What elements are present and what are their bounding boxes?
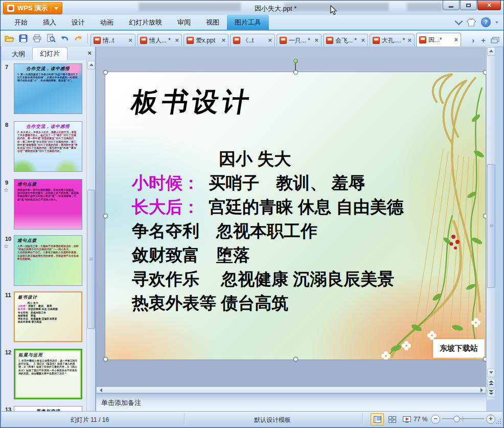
resize-handle-top-center[interactable] xyxy=(293,70,298,75)
chevron-down-icon[interactable] xyxy=(54,7,58,10)
minimize-button[interactable] xyxy=(443,1,460,10)
scroll-up-button[interactable] xyxy=(487,47,495,56)
tab-slides[interactable]: 幻灯片 xyxy=(32,47,67,60)
thumbnail-number: 8 xyxy=(5,122,8,128)
scroll-down-button[interactable] xyxy=(487,369,495,377)
slide-sorter-view-button[interactable] xyxy=(385,413,399,425)
open-button[interactable] xyxy=(4,32,15,44)
doc-tab-label: 情人... * xyxy=(149,36,173,45)
doc-tab-2[interactable]: 情人... *× xyxy=(137,34,182,47)
menu-tab-3[interactable]: 设计 xyxy=(64,15,93,30)
menu-tab-6[interactable]: 审阅 xyxy=(170,15,198,30)
doc-tab-7[interactable]: 大孔.... *× xyxy=(370,34,415,47)
close-tab-icon[interactable]: × xyxy=(452,37,458,43)
doc-tab-1[interactable]: 情..t× xyxy=(90,34,135,47)
slide-thumbnail-7[interactable]: 7合作交流，读中感悟1. 第一自然段叙述了作者小时候“为这个哨子我付出了比它实际… xyxy=(2,63,95,115)
close-panel-icon[interactable]: × xyxy=(87,49,91,57)
slide-thumbnail-12[interactable]: 12拓展与运用1. 生活中哪些小事也让你受到启示，选一件事与同学进行交流。 2.… xyxy=(2,349,95,400)
menu-tab-7[interactable]: 视图 xyxy=(198,15,227,30)
slide-title[interactable]: 板书设计 xyxy=(129,84,255,120)
statusbar: 幻灯片 11 / 16 默认设计模板 xyxy=(2,411,502,426)
close-tab-icon[interactable]: × xyxy=(173,37,179,43)
thumbnail-image: 合作交流，读中感悟1. 第一自然段叙述了作者小时候“为这个哨子我付出了比它实际价… xyxy=(14,63,82,114)
zoom-slider-track[interactable] xyxy=(442,418,484,419)
new-tab-icon[interactable]: + xyxy=(481,36,486,44)
resize-grip[interactable] xyxy=(495,418,501,424)
help-dropdown-icon[interactable] xyxy=(495,21,498,24)
scroll-up-button[interactable] xyxy=(87,61,95,70)
divider xyxy=(362,413,363,424)
doc-tab-3[interactable]: 爱x.ppt× xyxy=(184,34,228,47)
doc-tab-4[interactable]: 《..t× xyxy=(230,34,275,47)
slides-panel: 大纲 幻灯片 × 7合作交流，读中感悟1. 第一自然段叙述了作者小时候“为这个哨… xyxy=(2,47,96,413)
doc-tab-6[interactable]: 会飞... *× xyxy=(323,34,368,47)
menu-tab-8[interactable]: 图片工具 xyxy=(227,15,269,30)
close-button[interactable]: × xyxy=(477,1,501,10)
doc-tabs: 情..t×情人... *×爱x.ppt×《..t×一只... *×会飞... *… xyxy=(90,31,463,47)
notes-pane[interactable]: 单击添加备注 xyxy=(96,393,486,413)
menu-tab-5[interactable]: 幻灯片放映 xyxy=(121,15,170,30)
skin-shirt-icon[interactable] xyxy=(466,18,476,27)
normal-view-icon xyxy=(374,416,381,423)
close-tab-icon[interactable]: × xyxy=(313,37,318,43)
slide-thumbnail-10[interactable]: 10☆难句点拨人类一切痛苦之事，大都由于对事情的错误估价，亦即“对他们的哨子付出… xyxy=(2,235,95,287)
printer-icon xyxy=(32,34,42,42)
resize-handle-middle-left[interactable] xyxy=(103,214,108,218)
close-tab-icon[interactable]: × xyxy=(266,37,272,43)
editor-area: 板书设计 因小 失大小时候： 买哨子 教训、 羞辱长大后： 宫廷的青睐 休息 自… xyxy=(96,47,496,413)
close-tab-icon[interactable]: × xyxy=(220,37,225,43)
zoom-in-button[interactable]: + xyxy=(486,415,495,424)
scroll-right-button[interactable] xyxy=(478,388,485,392)
resize-handle-bottom-right[interactable] xyxy=(483,357,486,362)
slide-thumbnail-9[interactable]: 9☆难句点拨然而这件事一直印在我的脑际，后来对我大有益处。 这句话是文中的过渡句… xyxy=(2,179,95,231)
arrange-windows-icon[interactable] xyxy=(491,37,499,43)
maximize-icon xyxy=(466,4,471,7)
undo-button[interactable] xyxy=(59,32,71,44)
menu-tab-1[interactable]: 开始 xyxy=(7,15,35,30)
scrollbar-thumb[interactable] xyxy=(87,190,95,329)
previous-slide-button[interactable] xyxy=(487,379,495,388)
slideshow-button[interactable] xyxy=(400,413,414,425)
wps-app-button[interactable]: WPS 演示 xyxy=(3,2,62,14)
doc-tab-5[interactable]: 一只... *× xyxy=(277,34,322,47)
slide-canvas[interactable]: 板书设计 因小 失大小时候： 买哨子 教训、 羞辱长大后： 宫廷的青睐 休息 自… xyxy=(96,47,486,387)
resize-handle-middle-right[interactable] xyxy=(483,214,486,218)
resize-handle-top-right[interactable] xyxy=(483,70,486,75)
normal-view-button[interactable] xyxy=(371,413,384,425)
slide-thumbnail-11[interactable]: 11板书设计 因小 失大小时候：买哨子 教训、 羞辱长大后：宫廷的青睐 休息 自… xyxy=(2,291,95,343)
menu-tab-4[interactable]: 动画 xyxy=(93,15,121,30)
redo-button[interactable] xyxy=(73,32,84,44)
resize-handle-top-left[interactable] xyxy=(103,70,108,75)
close-tab-icon[interactable]: × xyxy=(127,37,132,43)
collapse-ribbon-icon[interactable] xyxy=(455,17,463,26)
thumbnail-number: 9 xyxy=(5,179,8,186)
vertical-scrollbar[interactable] xyxy=(486,47,495,399)
scrollbar-thumb[interactable] xyxy=(487,164,495,288)
scroll-tabs-right-icon[interactable]: › xyxy=(470,36,476,44)
maximize-button[interactable] xyxy=(460,1,477,10)
next-slide-button[interactable] xyxy=(487,389,495,397)
doc-tab-8[interactable]: 因...*× xyxy=(416,33,461,47)
zoom-out-button[interactable]: − xyxy=(431,415,440,424)
current-slide[interactable]: 板书设计 因小 失大小时候： 买哨子 教训、 羞辱长大后： 宫廷的青睐 休息 自… xyxy=(105,72,486,359)
minimize-icon xyxy=(449,6,453,8)
scroll-left-button[interactable] xyxy=(97,388,104,392)
template-name[interactable]: 默认设计模板 xyxy=(254,416,291,424)
thumbnail-image: 拓展与运用1. 生活中哪些小事也让你受到启示，选一件事与同学进行交流。 2. 我… xyxy=(14,349,82,399)
horizontal-scrollbar[interactable] xyxy=(96,387,486,393)
sidebar-scrollbar[interactable] xyxy=(86,60,95,413)
print-preview-button[interactable] xyxy=(45,32,57,44)
tab-outline[interactable]: 大纲 xyxy=(5,48,32,60)
save-button[interactable] xyxy=(17,32,29,44)
resize-handle-bottom-center[interactable] xyxy=(293,357,298,362)
resize-handle-bottom-left[interactable] xyxy=(103,357,108,362)
menu-tab-2[interactable]: 插入 xyxy=(35,15,64,30)
rotate-handle[interactable] xyxy=(293,59,298,63)
slide-thumbnail-8[interactable]: 8合作交流，读中感悟2. 长大成人，作者步入社会，观察人们的行为，发现了许多爱哨… xyxy=(2,121,95,173)
slide-body[interactable]: 因小 失大小时候： 买哨子 教训、 羞辱长大后： 宫廷的青睐 休息 自由美德争名… xyxy=(132,147,404,315)
print-button[interactable] xyxy=(31,32,43,44)
zoom-slider-thumb[interactable] xyxy=(453,416,460,422)
close-tab-icon[interactable]: × xyxy=(359,37,365,43)
help-icon[interactable]: ? xyxy=(481,17,491,27)
close-tab-icon[interactable]: × xyxy=(406,37,411,43)
